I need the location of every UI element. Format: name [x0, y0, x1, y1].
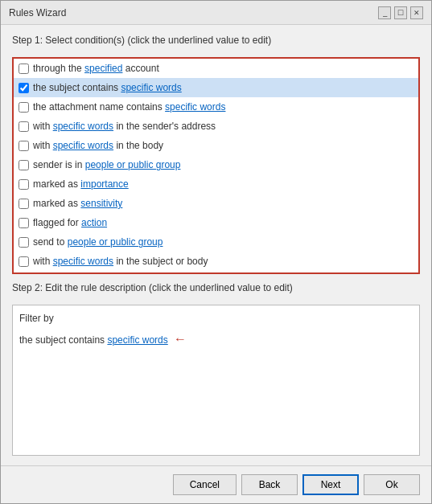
condition-checkbox[interactable] [19, 160, 29, 170]
condition-item[interactable]: marked as importance [14, 174, 418, 194]
condition-checkbox[interactable] [19, 218, 29, 228]
condition-item[interactable]: with specific words in the body [14, 136, 418, 155]
condition-link[interactable]: specific words [53, 121, 113, 132]
condition-text: send to people or public group [33, 235, 163, 249]
condition-text: marked as importance [33, 177, 129, 191]
condition-item[interactable]: the subject contains specific words [14, 78, 418, 97]
ok-button[interactable]: Ok [364, 474, 420, 495]
description-line2-prefix: the subject contains [19, 334, 107, 346]
maximize-button[interactable]: ☐ [394, 6, 407, 19]
back-button[interactable]: Back [241, 474, 298, 495]
description-line1: Filter by [19, 313, 54, 324]
description-specific-words-link[interactable]: specific words [107, 334, 167, 346]
condition-link[interactable]: specific words [53, 140, 113, 151]
condition-checkbox[interactable] [19, 102, 29, 113]
condition-checkbox[interactable] [19, 199, 29, 209]
condition-checkbox[interactable] [19, 237, 29, 248]
condition-item[interactable]: send to people or public group [14, 232, 418, 252]
condition-text: with specific words in the sender's addr… [33, 119, 216, 133]
description-text: Filter by the subject contains specific … [19, 310, 413, 350]
next-button[interactable]: Next [302, 474, 359, 495]
condition-item[interactable]: with specific words in the message heade… [14, 271, 418, 274]
condition-link[interactable]: people or public group [85, 159, 181, 170]
step1-label: Step 1: Select condition(s) (click the u… [12, 35, 420, 46]
minimize-button[interactable]: ⎯ [378, 6, 391, 19]
condition-item[interactable]: the attachment name contains specific wo… [14, 97, 418, 117]
condition-item[interactable]: with specific words in the sender's addr… [14, 117, 418, 136]
condition-text: the attachment name contains specific wo… [33, 100, 225, 114]
condition-text: with specific words in the subject or bo… [33, 254, 208, 268]
cancel-button[interactable]: Cancel [173, 474, 237, 495]
condition-checkbox[interactable] [19, 141, 29, 151]
condition-checkbox[interactable] [19, 256, 29, 267]
step2-label: Step 2: Edit the rule description (click… [12, 282, 420, 293]
condition-link[interactable]: importance [80, 178, 128, 190]
condition-link[interactable]: people or public group [68, 236, 163, 248]
condition-item[interactable]: marked as sensitivity [14, 194, 418, 213]
condition-item[interactable]: with specific words in the subject or bo… [14, 252, 418, 271]
condition-checkbox[interactable] [19, 64, 29, 74]
condition-link[interactable]: action [81, 217, 107, 228]
arrow-indicator: ← [174, 328, 187, 351]
condition-checkbox[interactable] [19, 83, 29, 93]
close-button[interactable]: ✕ [410, 6, 423, 19]
condition-checkbox[interactable] [19, 121, 29, 132]
window-controls: ⎯ ☐ ✕ [378, 6, 423, 19]
condition-text: marked as sensitivity [33, 196, 122, 211]
condition-item[interactable]: flagged for action [14, 213, 418, 232]
condition-link[interactable]: specific words [53, 256, 113, 267]
conditions-list[interactable]: through the specified accountthe subject… [12, 57, 420, 274]
condition-text: the subject contains specific words [33, 80, 182, 95]
condition-text: sender is in people or public group [33, 158, 180, 172]
title-bar: Rules Wizard ⎯ ☐ ✕ [1, 1, 431, 25]
condition-link[interactable]: specified [84, 63, 122, 74]
condition-link[interactable]: specific words [165, 101, 225, 113]
rules-wizard-window: Rules Wizard ⎯ ☐ ✕ Step 1: Select condit… [0, 0, 432, 504]
main-content: Step 1: Select condition(s) (click the u… [1, 25, 431, 465]
condition-item[interactable]: sender is in people or public group [14, 155, 418, 174]
condition-link[interactable]: sensitivity [80, 198, 122, 209]
footer: Cancel Back Next Ok [1, 465, 431, 503]
condition-text: flagged for action [33, 215, 107, 230]
condition-checkbox[interactable] [19, 179, 29, 190]
condition-text: with specific words in the body [33, 138, 163, 153]
condition-item[interactable]: through the specified account [14, 59, 418, 78]
condition-link[interactable]: specific words [121, 82, 181, 93]
condition-text: through the specified account [33, 61, 159, 76]
description-box: Filter by the subject contains specific … [12, 305, 420, 456]
window-title: Rules Wizard [9, 7, 66, 18]
condition-text: with specific words in the message heade… [33, 273, 214, 274]
